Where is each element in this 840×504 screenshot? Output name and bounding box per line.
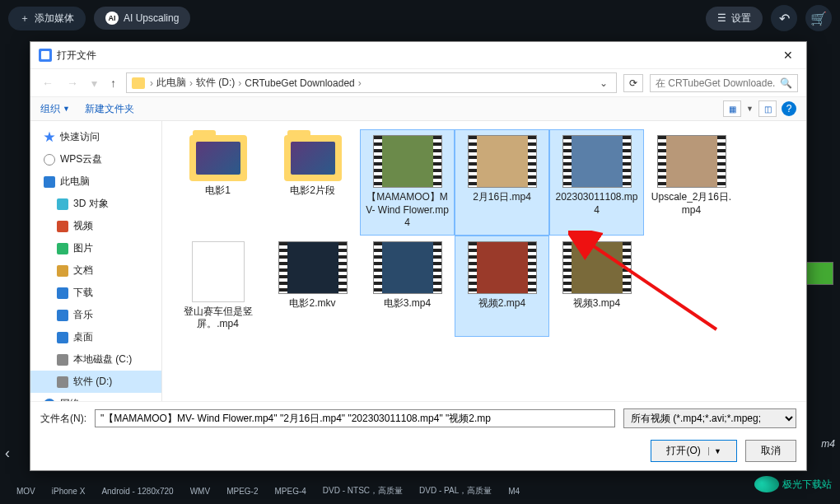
pc-icon [44, 176, 55, 188]
music-icon [57, 310, 68, 321]
new-folder-button[interactable]: 新建文件夹 [85, 102, 134, 116]
tree-item-video[interactable]: 视频 [30, 215, 161, 237]
file-item[interactable]: 视频2.mp4 [455, 236, 549, 337]
breadcrumb-segment[interactable]: 软件 (D:) [196, 76, 235, 90]
settings-button[interactable]: ☰ 设置 [706, 7, 763, 30]
add-media-button[interactable]: ＋ 添加媒体 [8, 7, 86, 30]
breadcrumb-segment[interactable]: 此电脑 [156, 76, 186, 90]
video-thumbnail [373, 135, 442, 188]
format-item[interactable]: M4 [508, 487, 520, 496]
file-item[interactable]: 电影2片段 [265, 129, 360, 236]
file-item[interactable]: 视频3.mp4 [549, 236, 644, 337]
file-grid[interactable]: 电影1电影2片段【MAMAMOO】MV- Wind Flower.mp42月16… [162, 121, 806, 401]
filetype-select[interactable]: 所有视频 (*.mp4;*.avi;*.mpeg; [623, 408, 796, 428]
tree-item-desk[interactable]: 桌面 [30, 326, 161, 348]
dialog-title: 打开文件 [57, 49, 96, 63]
video-thumbnail [562, 241, 632, 294]
tree-item-net[interactable]: 网络 [30, 393, 161, 401]
breadcrumb-sep: › [358, 77, 362, 89]
nav-up-button[interactable]: ↑ [107, 75, 119, 91]
file-item[interactable]: 【MAMAMOO】MV- Wind Flower.mp4 [360, 129, 455, 236]
preview-pane-button[interactable]: ◫ [758, 100, 777, 117]
down-icon [57, 287, 68, 299]
format-m4v-label: m4 [821, 438, 835, 450]
tree-item-pc[interactable]: 此电脑 [30, 170, 161, 193]
video-thumbnail [562, 135, 632, 188]
file-label: Upscale_2月16日.mp4 [648, 191, 735, 217]
breadcrumb[interactable]: › 此电脑 › 软件 (D:) › CRTubeGet Downloaded ›… [126, 72, 617, 93]
filename-input[interactable] [95, 409, 615, 427]
file-item[interactable]: Upscale_2月16日.mp4 [644, 129, 739, 236]
chevron-down-icon[interactable]: ▼ [746, 105, 754, 113]
search-input[interactable] [656, 77, 775, 89]
help-button[interactable]: ? [782, 101, 796, 116]
dialog-titlebar: 打开文件 ✕ [30, 42, 806, 68]
ai-upscaling-button[interactable]: AI AI Upscaling [94, 7, 190, 30]
tree-item-label: WPS云盘 [60, 152, 102, 166]
format-item[interactable]: MPEG-2 [226, 487, 258, 496]
video-icon [57, 221, 68, 232]
tree-item-label: 音乐 [73, 308, 93, 322]
tree-item-disk[interactable]: 软件 (D:) [30, 371, 161, 393]
organize-menu[interactable]: 组织 ▼ [40, 102, 70, 116]
chevron-left-icon[interactable]: ‹ [5, 445, 10, 462]
nav-tree: 快速访问WPS云盘此电脑3D 对象视频图片文档下载音乐桌面本地磁盘 (C:)软件… [30, 121, 162, 401]
dialog-toolbar: 组织 ▼ 新建文件夹 ▦ ▼ ◫ ? [30, 97, 806, 121]
dialog-app-icon [39, 49, 52, 62]
format-item[interactable]: DVD - NTSC，高质量 [323, 485, 403, 497]
filename-row: 文件名(N): 所有视频 (*.mp4;*.avi;*.mpeg; [30, 401, 806, 435]
video-thumbnail [468, 135, 537, 188]
file-label: 202303011108.mp4 [553, 191, 640, 217]
file-item[interactable]: 2月16日.mp4 [455, 129, 549, 236]
file-item[interactable]: 电影1 [170, 129, 265, 236]
format-item[interactable]: Android - 1280x720 [101, 487, 173, 496]
tree-item-pic[interactable]: 图片 [30, 237, 161, 259]
file-item[interactable]: 登山赛车但是竖屏。.mp4 [170, 236, 265, 337]
tree-item-music[interactable]: 音乐 [30, 304, 161, 326]
view-mode-button[interactable]: ▦ [723, 100, 741, 117]
panel-icon: ◫ [764, 105, 772, 114]
file-label: 电影2.mkv [289, 297, 335, 310]
format-item[interactable]: MOV [16, 487, 35, 496]
tree-item-3d[interactable]: 3D 对象 [30, 193, 161, 215]
tree-item-star[interactable]: 快速访问 [30, 126, 161, 148]
breadcrumb-sep: › [189, 77, 193, 89]
cancel-button[interactable]: 取消 [745, 440, 796, 462]
tree-item-cloud[interactable]: WPS云盘 [30, 148, 161, 170]
dialog-close-button[interactable]: ✕ [778, 47, 798, 63]
open-button[interactable]: 打开(O) ▼ [651, 440, 737, 462]
cart-icon: 🛒 [810, 11, 827, 26]
tree-item-disk[interactable]: 本地磁盘 (C:) [30, 348, 161, 371]
app-topbar: ＋ 添加媒体 AI AI Upscaling ☰ 设置 ↶ 🛒 [0, 0, 840, 36]
format-item[interactable]: DVD - PAL，高质量 [419, 485, 492, 497]
tree-item-doc[interactable]: 文档 [30, 259, 161, 282]
organize-label: 组织 [40, 102, 60, 116]
dialog-button-row: 打开(O) ▼ 取消 [30, 435, 806, 470]
sliders-icon: ☰ [717, 12, 726, 24]
nav-back-button[interactable]: ← [39, 75, 57, 91]
disk-icon [57, 376, 68, 388]
format-item[interactable]: iPhone X [52, 487, 86, 496]
file-label: 2月16日.mp4 [473, 191, 531, 204]
undo-button[interactable]: ↶ [771, 5, 797, 31]
refresh-button[interactable]: ⟳ [623, 74, 643, 92]
breadcrumb-dropdown[interactable]: ⌄ [596, 77, 611, 89]
doc-icon [57, 265, 68, 277]
file-item[interactable]: 202303011108.mp4 [549, 129, 644, 236]
tree-item-down[interactable]: 下载 [30, 282, 161, 304]
add-media-label: 添加媒体 [35, 12, 74, 26]
format-item[interactable]: MPEG-4 [274, 487, 306, 496]
watermark: 极光下载站 [754, 476, 832, 492]
nav-forward-button[interactable]: → [63, 75, 82, 91]
nav-recent-dropdown[interactable]: ▾ [88, 75, 100, 91]
file-label: 电影1 [205, 184, 231, 198]
format-item[interactable]: WMV [190, 487, 210, 496]
search-input-wrapper[interactable]: 🔍 [650, 74, 798, 92]
search-icon: 🔍 [780, 77, 792, 89]
file-item[interactable]: 电影2.mkv [265, 236, 360, 337]
star-icon [44, 132, 55, 143]
file-item[interactable]: 电影3.mp4 [360, 236, 455, 337]
cart-button[interactable]: 🛒 [805, 5, 832, 31]
breadcrumb-segment[interactable]: CRTubeGet Downloaded [245, 77, 354, 89]
tree-item-label: 图片 [73, 241, 93, 255]
